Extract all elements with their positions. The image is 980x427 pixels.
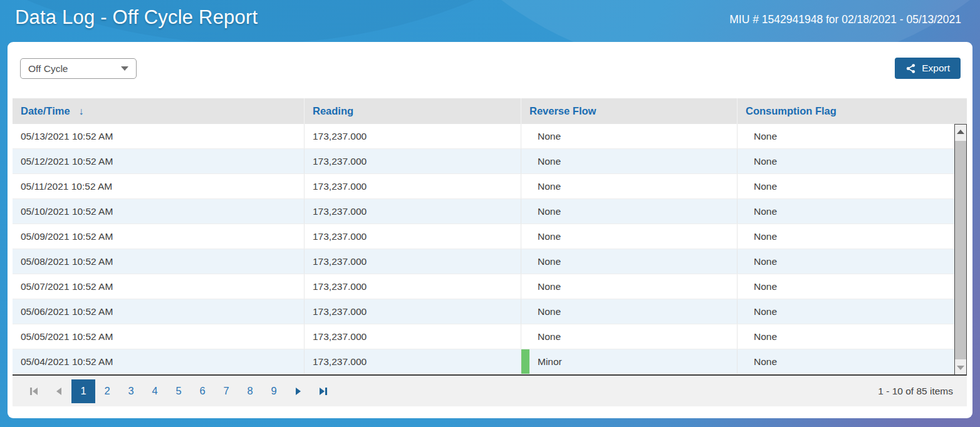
vertical-scrollbar[interactable] (954, 124, 967, 374)
cell-reverse-flow: None (521, 199, 737, 224)
cell-datetime: 05/05/2021 10:52 AM (13, 324, 304, 349)
table-row[interactable]: 05/08/2021 10:52 AM 173,237.000 None Non… (13, 249, 954, 274)
first-page-button[interactable] (21, 379, 46, 403)
page-title: Data Log - Off Cycle Report (15, 6, 258, 29)
cell-reverse-flow: None (521, 249, 737, 274)
cell-reverse-flow: Minor (521, 349, 737, 374)
cell-datetime: 05/04/2021 10:52 AM (13, 349, 304, 374)
items-range-summary: 1 - 10 of 85 items (878, 386, 953, 397)
cell-reverse-flow: None (521, 324, 737, 349)
export-button[interactable]: Export (895, 58, 961, 79)
page-number-button[interactable]: 1 (71, 379, 95, 403)
cell-datetime: 05/06/2021 10:52 AM (13, 299, 304, 324)
scrollbar-thumb[interactable] (955, 141, 966, 359)
arrow-up-icon (957, 130, 964, 134)
pagination-bar: 123456789 1 - 10 of 85 items (13, 376, 967, 406)
report-type-selected-value: Off Cycle (28, 63, 121, 75)
share-icon (905, 63, 916, 74)
previous-page-button[interactable] (46, 379, 71, 403)
table-row[interactable]: 05/13/2021 10:52 AM 173,237.000 None Non… (13, 124, 954, 149)
cell-datetime: 05/07/2021 10:52 AM (13, 274, 304, 299)
cell-consumption-flag: None (737, 149, 954, 173)
page-number-button[interactable]: 9 (262, 379, 286, 403)
column-header-reverse-flow[interactable]: Reverse Flow (521, 98, 737, 124)
chevron-down-icon (121, 66, 128, 71)
cell-consumption-flag: None (737, 249, 954, 274)
cell-reading: 173,237.000 (304, 174, 521, 198)
cell-datetime: 05/09/2021 10:52 AM (13, 224, 304, 249)
cell-reading: 173,237.000 (304, 124, 521, 148)
cell-consumption-flag: None (737, 324, 954, 349)
scrollbar-up-button[interactable] (955, 125, 966, 138)
table-row[interactable]: 05/07/2021 10:52 AM 173,237.000 None Non… (13, 274, 954, 299)
page-number-button[interactable]: 4 (143, 379, 167, 403)
table-row[interactable]: 05/10/2021 10:52 AM 173,237.000 None Non… (13, 199, 954, 224)
cell-reverse-flow: None (521, 274, 737, 299)
page-number-button[interactable]: 8 (238, 379, 262, 403)
last-page-icon (325, 388, 327, 395)
cell-reverse-flow: None (521, 299, 737, 324)
table-row[interactable]: 05/09/2021 10:52 AM 173,237.000 None Non… (13, 224, 954, 249)
cell-reading: 173,237.000 (304, 149, 521, 173)
cell-reverse-flow: None (521, 124, 737, 148)
arrow-down-icon (957, 366, 964, 370)
app-header: Data Log - Off Cycle Report MIU # 154294… (0, 0, 980, 42)
cell-consumption-flag: None (737, 274, 954, 299)
report-type-dropdown[interactable]: Off Cycle (20, 58, 137, 79)
cell-datetime: 05/12/2021 10:52 AM (13, 149, 304, 173)
sort-descending-icon: ↓ (79, 106, 84, 117)
cell-reading: 173,237.000 (304, 349, 521, 374)
table-row[interactable]: 05/05/2021 10:52 AM 173,237.000 None Non… (13, 324, 954, 349)
cell-reverse-flow: None (521, 149, 737, 173)
page-number-button[interactable]: 6 (190, 379, 214, 403)
table-body: 05/13/2021 10:52 AM 173,237.000 None Non… (13, 124, 954, 374)
cell-reading: 173,237.000 (304, 324, 521, 349)
table-row[interactable]: 05/06/2021 10:52 AM 173,237.000 None Non… (13, 299, 954, 324)
next-triangle-icon (296, 388, 301, 395)
reverse-flow-indicator (521, 349, 529, 374)
last-page-button[interactable] (311, 379, 336, 403)
cell-reading: 173,237.000 (304, 224, 521, 249)
next-page-button[interactable] (286, 379, 311, 403)
cell-reverse-flow: None (521, 174, 737, 198)
grid-header-row: Date/Time ↓ Reading Reverse Flow Consump… (13, 98, 967, 124)
cell-reading: 173,237.000 (304, 249, 521, 274)
cell-datetime: 05/13/2021 10:52 AM (13, 124, 304, 148)
column-header-datetime[interactable]: Date/Time ↓ (13, 98, 304, 124)
data-grid: Date/Time ↓ Reading Reverse Flow Consump… (13, 98, 967, 406)
cell-consumption-flag: None (737, 299, 954, 324)
previous-triangle-icon (33, 388, 38, 395)
next-triangle-icon (320, 388, 325, 395)
table-row[interactable]: 05/12/2021 10:52 AM 173,237.000 None Non… (13, 149, 954, 174)
page-number-button[interactable]: 5 (167, 379, 190, 403)
page-number-button[interactable]: 2 (95, 379, 119, 403)
miu-date-range-label: MIU # 1542941948 for 02/18/2021 - 05/13/… (729, 13, 961, 26)
table-row[interactable]: 05/11/2021 10:52 AM 173,237.000 None Non… (13, 174, 954, 199)
column-header-consumption-flag[interactable]: Consumption Flag (737, 98, 967, 124)
grid-body-viewport: 05/13/2021 10:52 AM 173,237.000 None Non… (13, 124, 967, 376)
cell-datetime: 05/11/2021 10:52 AM (13, 174, 304, 198)
cell-datetime: 05/08/2021 10:52 AM (13, 249, 304, 274)
cell-consumption-flag: None (737, 349, 954, 374)
cell-consumption-flag: None (737, 174, 954, 198)
scrollbar-down-button[interactable] (955, 361, 966, 374)
report-card: Off Cycle Export Date/Time ↓ Reading Rev… (8, 42, 972, 418)
column-header-reading[interactable]: Reading (304, 98, 521, 124)
cell-reading: 173,237.000 (304, 199, 521, 224)
cell-datetime: 05/10/2021 10:52 AM (13, 199, 304, 224)
cell-consumption-flag: None (737, 199, 954, 224)
cell-consumption-flag: None (737, 224, 954, 249)
cell-reading: 173,237.000 (304, 274, 521, 299)
page-number-list: 123456789 (71, 379, 286, 403)
export-button-label: Export (922, 63, 950, 74)
cell-reverse-flow: None (521, 224, 737, 249)
page-number-button[interactable]: 7 (214, 379, 238, 403)
table-row[interactable]: 05/04/2021 10:52 AM 173,237.000 Minor No… (13, 349, 954, 374)
previous-triangle-icon (56, 388, 61, 395)
cell-consumption-flag: None (737, 124, 954, 148)
first-page-icon (30, 388, 32, 395)
cell-reading: 173,237.000 (304, 299, 521, 324)
page-number-button[interactable]: 3 (119, 379, 143, 403)
